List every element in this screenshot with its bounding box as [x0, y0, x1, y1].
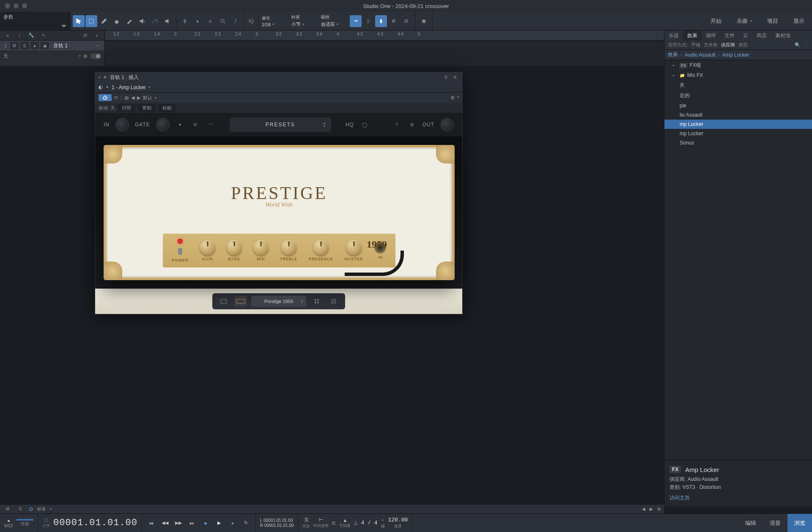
- mode-mix[interactable]: 混音: [763, 514, 787, 532]
- tracklist-options-icon[interactable]: ⇄: [81, 32, 89, 39]
- presence-knob[interactable]: [313, 240, 329, 255]
- preset-default[interactable]: 默认: [143, 95, 152, 101]
- bass-knob[interactable]: [227, 240, 242, 255]
- mode-edit[interactable]: 编辑: [738, 514, 763, 532]
- mid-knob[interactable]: [253, 240, 269, 255]
- global-solo[interactable]: S: [16, 507, 25, 511]
- scroll-right-icon[interactable]: ▶: [650, 507, 653, 511]
- menu-project[interactable]: 项目: [760, 12, 786, 30]
- menu-song[interactable]: 乐曲 ▾: [729, 12, 760, 30]
- perf-meter[interactable]: [16, 519, 33, 521]
- zoom-tool[interactable]: [217, 15, 229, 27]
- presets-button[interactable]: PRESETS: [230, 117, 331, 132]
- monitor-button[interactable]: ◉: [41, 42, 49, 49]
- snap-button-2[interactable]: ▮: [375, 15, 387, 27]
- track-header-row[interactable]: 1 M S ● ◉ 音轨 1 ⎓: [0, 41, 104, 51]
- mute-button[interactable]: M: [10, 42, 19, 49]
- marker-button[interactable]: ▣: [418, 15, 430, 27]
- help-icon[interactable]: ?: [392, 120, 401, 129]
- browser-item[interactable]: 夹: [664, 80, 812, 90]
- click-icon[interactable]: △: [354, 520, 357, 526]
- split-tool[interactable]: [179, 15, 191, 27]
- browser-tab-1[interactable]: 效果: [683, 30, 702, 41]
- mute-tool[interactable]: [136, 15, 148, 27]
- plugin-add-icon[interactable]: +: [104, 74, 107, 80]
- cab-view-icon[interactable]: [310, 296, 323, 307]
- play-button[interactable]: ▶: [214, 518, 224, 528]
- search-icon[interactable]: 🔍: [795, 42, 801, 48]
- status-standard[interactable]: 标准: [37, 506, 46, 512]
- grid-button[interactable]: ⊞: [388, 15, 400, 27]
- auto-label[interactable]: 自动: 关: [99, 105, 115, 111]
- meter-icon[interactable]: ◠: [206, 120, 215, 129]
- preset-next-icon[interactable]: ▶: [137, 95, 140, 101]
- timebase-selector[interactable]: 时基 小节▾: [288, 12, 318, 30]
- autopunch-icon[interactable]: ⊏: [332, 520, 336, 526]
- window-controls[interactable]: [5, 3, 27, 8]
- track-automation-icon[interactable]: ⎓: [93, 42, 102, 49]
- arrow-tool[interactable]: [73, 15, 85, 27]
- browser-item[interactable]: mp Locker: [664, 129, 812, 138]
- settings-icon[interactable]: ⚙: [407, 120, 417, 129]
- metronome-wheel-icon[interactable]: ◌: [44, 517, 48, 523]
- track-input-label[interactable]: 无: [3, 53, 77, 59]
- bypass-icon[interactable]: ◐: [99, 85, 103, 90]
- metronome-icon[interactable]: ▲: [343, 518, 348, 523]
- sort-folder[interactable]: 文件夹: [704, 42, 718, 48]
- amp-view-icon[interactable]: [234, 296, 247, 307]
- action-tool-1[interactable]: ⎋: [204, 15, 216, 27]
- scroll-left-icon[interactable]: ◀: [642, 507, 645, 511]
- power-column[interactable]: POWER: [172, 239, 189, 262]
- browser-tab-4[interactable]: 云: [739, 30, 752, 41]
- wrench-icon[interactable]: 🔧: [27, 32, 36, 39]
- power-button[interactable]: ⏻: [99, 94, 112, 101]
- listen-tool[interactable]: [162, 15, 173, 27]
- snap-selector[interactable]: 吸附 自适应▾: [318, 12, 347, 30]
- browser-item[interactable]: lio Assault: [664, 110, 812, 120]
- autoscroll-button[interactable]: ⇥: [350, 15, 362, 27]
- out-knob[interactable]: [440, 118, 454, 131]
- gain-knob[interactable]: [200, 240, 215, 255]
- rewind-button[interactable]: ⏮: [146, 518, 156, 528]
- browser-tab-2[interactable]: 循环: [702, 30, 720, 41]
- key-value[interactable]: -: [381, 517, 384, 523]
- browser-tab-3[interactable]: 文件: [720, 30, 739, 41]
- quantize-selector[interactable]: 量化 1/16▾: [258, 12, 288, 30]
- browser-item[interactable]: 近的: [664, 90, 812, 101]
- sort-type[interactable]: 类型: [738, 42, 748, 48]
- snap-button-1[interactable]: ▯: [362, 15, 374, 27]
- hq-label[interactable]: HQ: [346, 122, 354, 128]
- gear-icon[interactable]: ⚙: [450, 95, 455, 101]
- track-input-chevron-icon[interactable]: ▾: [79, 54, 81, 58]
- main-timecode[interactable]: 00001.01.01.00: [53, 518, 137, 528]
- preset-prev-icon[interactable]: ◀: [131, 95, 134, 101]
- browser-tab-6[interactable]: 素材池: [771, 30, 795, 41]
- fx-view-icon[interactable]: [327, 296, 340, 307]
- forward-button[interactable]: ▶▶: [173, 518, 184, 528]
- strip-silence-tool[interactable]: ♦: [192, 15, 203, 27]
- visit-homepage-link[interactable]: 访问主页: [669, 494, 807, 502]
- treble-knob[interactable]: [281, 240, 296, 255]
- record-button[interactable]: ●: [228, 518, 238, 528]
- gate-knob[interactable]: [156, 118, 170, 131]
- breadcrumb[interactable]: 效果› Audio Assault› Amp Locker: [664, 50, 812, 60]
- plugin-menu-icon[interactable]: ▾: [99, 76, 100, 79]
- preroll-icon[interactable]: ⊢: [319, 517, 323, 523]
- bend-tool[interactable]: [149, 15, 161, 27]
- action-tool-2[interactable]: ⤴: [230, 15, 241, 27]
- pedal-view-icon[interactable]: [217, 296, 230, 307]
- browser-item[interactable]: mp Locker: [664, 120, 812, 129]
- parameter-box[interactable]: 参数: [0, 12, 70, 30]
- sidechain-icon[interactable]: ⚬: [105, 85, 109, 90]
- compare-button[interactable]: 对照: [118, 104, 135, 112]
- track-io-icon[interactable]: ◎: [83, 53, 88, 59]
- sort-flat[interactable]: 平铺: [691, 42, 700, 48]
- add-track-icon[interactable]: +: [93, 32, 101, 39]
- browser-menu-icon[interactable]: ⋮: [804, 42, 809, 48]
- power-switch[interactable]: [178, 248, 182, 255]
- grid-button-2[interactable]: ⊟: [401, 15, 412, 27]
- time-signature[interactable]: 4 / 4: [361, 520, 377, 526]
- track-toggle[interactable]: [90, 53, 101, 59]
- pencil-tool[interactable]: [98, 15, 110, 27]
- amp-model-selector[interactable]: Prestige 1959: [251, 296, 306, 307]
